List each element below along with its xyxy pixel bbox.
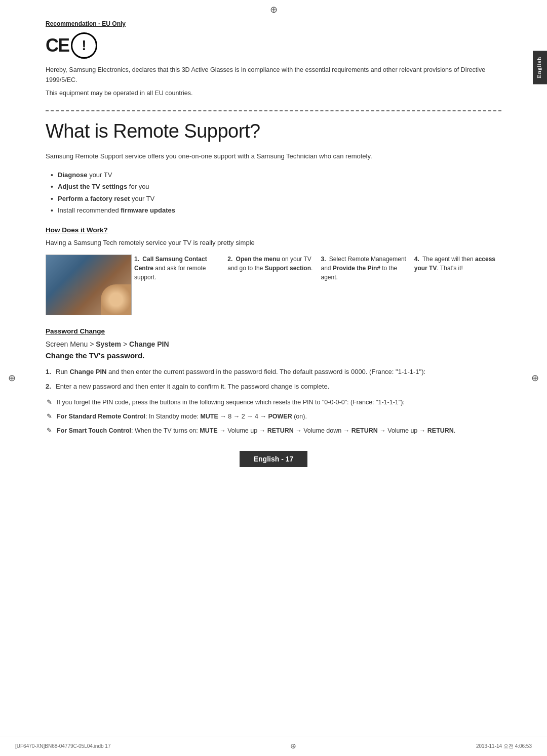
- intro-text: Samsung Remote Support service offers yo…: [46, 151, 501, 162]
- step-2: 2. Open the menu on your TV and go to th…: [227, 255, 315, 282]
- step-2-bold2: Support section: [265, 265, 311, 272]
- recommendation-text1: Hereby, Samsung Electronics, declares th…: [46, 65, 501, 85]
- power-bold: POWER: [268, 413, 292, 420]
- main-content: Recommendation - EU Only CE ! Hereby, Sa…: [46, 20, 501, 467]
- reg-mark-top: ⊕: [270, 4, 278, 15]
- page-container: ⊕ ⊕ ⊕ English Recommendation - EU Only C…: [0, 0, 547, 756]
- feature-list: Diagnose your TV Adjust the TV settings …: [46, 169, 501, 217]
- return1-bold: RETURN: [267, 427, 294, 434]
- step-4-text: The agent will then access your TV. That…: [414, 256, 495, 272]
- step-3-text: Select Remote Management and Provide the…: [321, 256, 406, 281]
- how-does-it-work-heading: How Does it Work?: [46, 226, 501, 234]
- return2-bold: RETURN: [351, 427, 378, 434]
- password-heading: Password Change: [46, 327, 501, 335]
- note-2-bold: For Standard Remote Control: [57, 413, 145, 420]
- step-num-2: 2.: [46, 382, 51, 392]
- page-number-area: English - 17: [46, 451, 501, 467]
- steps-grid: 1. Call Samsung Contact Centre and ask f…: [134, 255, 501, 282]
- list-item: Diagnose your TV: [51, 169, 501, 181]
- footer-center: ⊕: [290, 742, 296, 750]
- return3-bold: RETURN: [427, 427, 454, 434]
- list-item: Adjust the TV settings for you: [51, 181, 501, 192]
- list-item: Install recommended firmware updates: [51, 204, 501, 216]
- change-pin-bold: Change PIN: [69, 368, 106, 375]
- password-step-1: 1. Run Change PIN and then enter the cur…: [46, 367, 501, 377]
- step-4-number: 4.: [414, 256, 419, 263]
- image-col: [46, 255, 134, 315]
- ce-mark: CE: [46, 36, 69, 55]
- list-item: Perform a factory reset your TV: [51, 193, 501, 204]
- step-1-number: 1.: [134, 256, 139, 263]
- how-does-it-work-subtext: Having a Samsung Tech remotely service y…: [46, 239, 501, 246]
- note-1: If you forget the PIN code, press the bu…: [46, 397, 501, 407]
- step-2-number: 2.: [227, 256, 232, 263]
- reg-mark-right: ⊕: [531, 372, 539, 384]
- steps-container: 1. Call Samsung Contact Centre and ask f…: [46, 255, 501, 315]
- mute2-bold: MUTE: [200, 427, 217, 434]
- bullet-bold: Perform a factory reset: [58, 195, 130, 202]
- recommendation-text2: This equipment may be operated in all EU…: [46, 88, 501, 98]
- ce-logos: CE !: [46, 32, 501, 59]
- ce-alert-icon: !: [71, 32, 97, 59]
- note-3-bold: For Smart Touch Control: [57, 427, 131, 434]
- bullet-bold: Adjust the TV settings: [58, 183, 127, 190]
- bullet-bold: Diagnose: [58, 171, 88, 179]
- password-section: Password Change Screen Menu > System > C…: [46, 327, 501, 436]
- step-3-bold: Provide the Pin#: [333, 265, 380, 272]
- password-step-2: 2. Enter a new password and then enter i…: [46, 382, 501, 392]
- step-2-bold: Open the menu: [236, 256, 280, 263]
- bullet-bold: firmware updates: [121, 206, 175, 214]
- recommendation-title: Recommendation - EU Only: [46, 20, 501, 27]
- step-1: 1. Call Samsung Contact Centre and ask f…: [134, 255, 221, 282]
- footer-right: 2013-11-14 오전 4:06:53: [476, 743, 532, 750]
- footer-left: [UF6470-XN]BN68-04779C-05L04.indb 17: [15, 743, 110, 749]
- system-bold: System: [96, 340, 121, 348]
- note-3: For Smart Touch Control: When the TV tur…: [46, 426, 501, 436]
- step-num-1: 1.: [46, 367, 51, 377]
- changepin-bold: Change PIN: [129, 340, 169, 348]
- main-heading: What is Remote Support?: [46, 120, 501, 142]
- recommendation-section: Recommendation - EU Only CE ! Hereby, Sa…: [46, 20, 501, 98]
- support-image: [46, 255, 132, 315]
- footer-reg-mark: ⊕: [290, 742, 296, 750]
- screen-menu-path: Screen Menu > System > Change PIN: [46, 340, 501, 348]
- section-divider: [46, 110, 501, 111]
- change-password-title: Change the TV's password.: [46, 351, 501, 360]
- step-3-number: 3.: [321, 256, 326, 263]
- step-4-bold: access your TV: [414, 256, 495, 272]
- step-3: 3. Select Remote Management and Provide …: [321, 255, 408, 282]
- note-2: For Standard Remote Control: In Standby …: [46, 411, 501, 422]
- side-tab-english: English: [533, 51, 547, 84]
- page-number-badge: English - 17: [240, 451, 308, 467]
- password-steps: 1. Run Change PIN and then enter the cur…: [46, 367, 501, 392]
- bottom-footer: [UF6470-XN]BN68-04779C-05L04.indb 17 ⊕ 2…: [0, 736, 547, 756]
- step-4: 4. The agent will then access your TV. T…: [414, 255, 501, 282]
- mute-bold: MUTE: [200, 413, 218, 420]
- reg-mark-left: ⊕: [8, 372, 16, 384]
